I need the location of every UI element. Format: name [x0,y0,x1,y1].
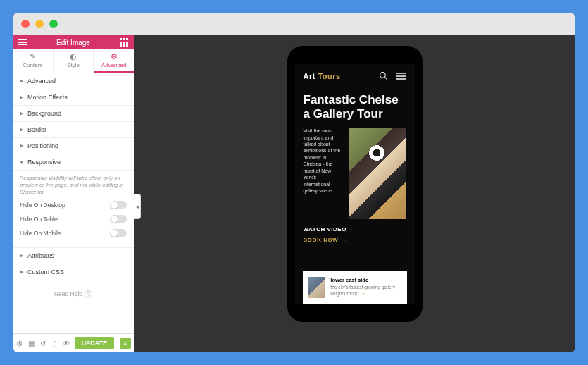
mobile-preview-frame: Art Tours Fantastic Chelse a Gallery Tou… [287,46,423,322]
tab-style[interactable]: ◐Style [54,49,94,73]
history-icon[interactable]: ↺ [39,340,46,347]
sidebar-title: Edit Image [56,39,90,47]
section-motion-effects[interactable]: ▶Motion Effects [13,89,134,106]
section-border[interactable]: ▶Border [13,122,134,138]
section-label: Border [27,126,46,133]
watch-video-link[interactable]: WATCH VIDEO [304,226,406,233]
responsive-mode-icon[interactable]: ▯ [51,340,58,347]
search-icon[interactable] [379,71,388,80]
help-text: Need Help [54,290,82,297]
chevron-down-icon: ▶ [19,161,25,164]
responsive-panel: Responsive visibility will take effect o… [13,171,134,248]
sections-list: ▶Advanced ▶Motion Effects ▶Background ▶B… [13,73,134,333]
navigator-icon[interactable]: ▦ [27,340,35,347]
help-icon: ? [85,290,92,298]
menu-icon[interactable] [18,39,27,46]
logo-text-b: Tours [318,72,340,80]
chevron-right-icon: ▶ [20,127,23,132]
book-now-link[interactable]: BOOK NOW→ [304,237,406,243]
logo-text-a: Art [304,72,315,80]
toggle-row-mobile: Hide On Mobile [20,229,127,237]
chevron-right-icon: ▶ [20,269,23,275]
arrow-right-icon: → [360,290,365,297]
chevron-right-icon: ▶ [20,253,23,259]
section-attributes[interactable]: ▶Attributes [13,248,134,264]
hero-description: Visit the most important and talked abou… [304,128,343,219]
card-title: lower east side [330,277,401,283]
hide-desktop-toggle[interactable] [110,201,127,209]
toggle-row-tablet: Hide On Tablet [20,215,127,223]
toggle-label: Hide On Tablet [20,216,59,223]
section-label: Background [27,110,61,117]
chevron-right-icon: ▶ [20,143,23,149]
update-button[interactable]: UPDATE [75,337,114,349]
book-label: BOOK NOW [304,237,339,243]
settings-icon[interactable]: ⚙ [15,340,23,347]
responsive-note: Responsive visibility will take effect o… [20,175,127,195]
collapse-sidebar-handle[interactable]: ◂ [134,194,141,219]
preview-canvas: ◂ Art Tours Fantastic Chelse a Gallery T… [134,35,575,352]
content-row: Visit the most important and talked abou… [295,128,415,219]
section-positioning[interactable]: ▶Positioning [13,138,134,154]
mobile-screen: Art Tours Fantastic Chelse a Gallery Tou… [295,64,415,304]
section-responsive[interactable]: ▶Responsive [13,154,134,171]
minimize-window-button[interactable] [35,20,44,28]
section-label: Motion Effects [27,94,68,101]
tab-content[interactable]: ✎Content [13,49,54,73]
tab-label: Content [23,62,42,68]
need-help-link[interactable]: Need Help? [13,280,134,308]
pencil-icon: ✎ [13,53,53,61]
hide-tablet-toggle[interactable] [110,215,127,223]
preview-icon[interactable]: 👁 [63,340,70,347]
widgets-icon[interactable] [120,38,128,47]
close-window-button[interactable] [21,20,30,28]
section-custom-css[interactable]: ▶Custom CSS [13,264,134,280]
sidebar-header: Edit Image [13,35,134,49]
section-background[interactable]: ▶Background [13,106,134,122]
section-label: Positioning [27,142,58,149]
tab-label: Style [67,62,80,68]
site-logo[interactable]: Art Tours [304,72,341,80]
contrast-icon: ◐ [54,53,94,61]
card-text: lower east side the city's fastest growi… [330,277,401,297]
section-label: Attributes [27,252,54,259]
hero-title: Fantastic Chelse a Gallery Tour [295,87,415,128]
hero-actions: WATCH VIDEO BOOK NOW→ [295,219,415,250]
chevron-right-icon: ▶ [20,94,23,100]
sidebar-footer: ⚙ ▦ ↺ ▯ 👁 UPDATE ▴ [13,333,134,352]
site-header: Art Tours [295,64,415,87]
arrow-right-icon: → [341,237,347,243]
section-label: Advanced [27,78,56,85]
section-advanced[interactable]: ▶Advanced [13,73,134,89]
hamburger-icon[interactable] [396,73,406,80]
tab-advanced[interactable]: ⚙Advanced [94,49,134,73]
section-label: Custom CSS [27,268,64,276]
card-image [308,277,325,298]
section-label: Responsive [27,159,61,166]
feature-card[interactable]: lower east side the city's fastest growi… [303,271,407,304]
hero-image[interactable] [349,128,406,219]
maximize-window-button[interactable] [49,20,58,28]
editor-sidebar: Edit Image ✎Content ◐Style ⚙Advanced ▶Ad… [13,35,134,352]
chevron-right-icon: ▶ [20,111,23,116]
toggle-label: Hide On Mobile [20,230,61,237]
svg-line-1 [384,77,387,79]
toggle-row-desktop: Hide On Desktop [20,201,127,209]
hide-mobile-toggle[interactable] [110,229,127,237]
update-options-button[interactable]: ▴ [120,338,131,349]
editor-tabs: ✎Content ◐Style ⚙Advanced [13,49,134,73]
svg-point-0 [380,73,385,78]
tab-label: Advanced [101,62,127,68]
app-window: Edit Image ✎Content ◐Style ⚙Advanced ▶Ad… [13,13,575,352]
window-titlebar [13,13,575,35]
toggle-label: Hide On Desktop [20,202,65,209]
gear-icon: ⚙ [94,53,134,61]
chevron-right-icon: ▶ [20,78,23,84]
